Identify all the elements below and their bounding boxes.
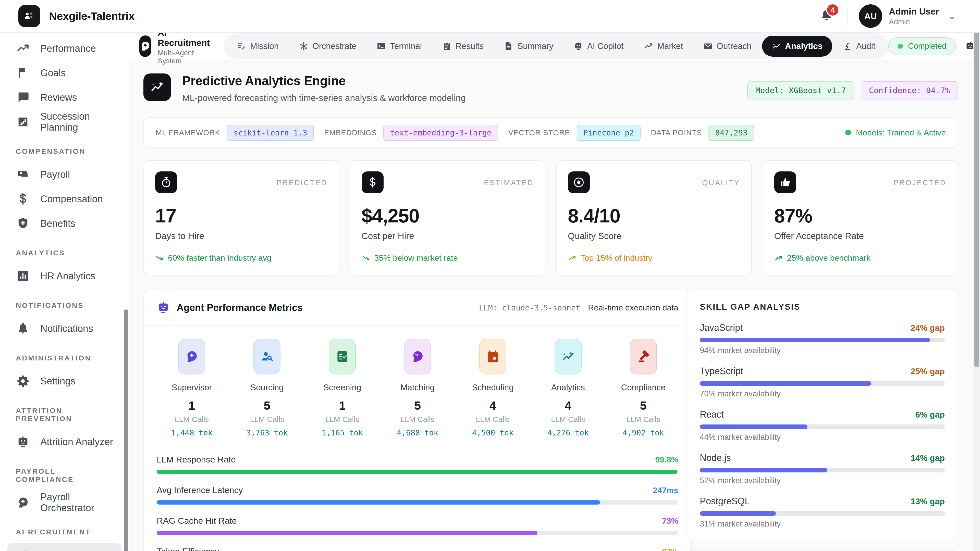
metric-card-tag: QUALITY <box>702 171 740 187</box>
metric-note-text: 60% faster than industry avg <box>168 253 272 263</box>
infobar-item: ML FRAMEWORKscikit-learn 1.3 <box>156 125 314 141</box>
progress-bar <box>157 470 678 474</box>
progress-bar-fill <box>157 500 600 505</box>
sidebar-item-performance[interactable]: Performance <box>0 36 129 61</box>
audit-sig-icon <box>843 41 852 51</box>
sidebar-item-label: Succession Planning <box>40 111 119 133</box>
tab-outreach[interactable]: Outreach <box>694 36 761 57</box>
star-circle-icon <box>568 171 590 193</box>
sidebar-item-ai-recruiter[interactable]: AI Recruiter <box>7 543 121 551</box>
trending-up-icon <box>16 41 30 56</box>
agent-name: Sourcing <box>250 383 283 392</box>
agent-tokens: 1,165 tok <box>321 428 363 437</box>
tab-results[interactable]: Results <box>433 36 493 57</box>
tab-terminal[interactable]: Terminal <box>367 36 431 57</box>
agent-matching: ?Matching5LLM Calls4,688 tok <box>380 339 455 437</box>
sidebar-section-header: ADMINISTRATION <box>0 354 129 362</box>
tab-summary[interactable]: Summary <box>494 36 563 57</box>
sidebar-item-succession-planning[interactable]: Succession Planning <box>0 110 129 134</box>
flag-icon <box>16 66 30 80</box>
sidebar-item-benefits[interactable]: Benefits <box>0 211 129 236</box>
skill-name: React <box>700 409 724 420</box>
metric-card-tag: PREDICTED <box>277 171 328 187</box>
agent-llm-calls: 4 <box>490 399 496 413</box>
tab-audit[interactable]: Audit <box>833 36 885 57</box>
progress-bar-fill <box>157 470 677 474</box>
metric-label: Cost per Hire <box>362 231 534 241</box>
sidebar-section-header: AI RECRUITMENT <box>0 528 129 536</box>
infobar-item-label: VECTOR STORE <box>508 129 570 137</box>
rate-review-icon <box>16 90 30 105</box>
sidebar-item-payroll[interactable]: Payroll <box>0 162 129 187</box>
skill-gap-value: 6% gap <box>915 410 945 420</box>
agent-llm-calls: 5 <box>264 399 270 413</box>
ml-stack-infobar: ML FRAMEWORKscikit-learn 1.3EMBEDDINGSte… <box>143 118 958 148</box>
skill-gap-title: SKILL GAP ANALYSIS <box>700 302 945 312</box>
page-scrollbar[interactable] <box>974 33 980 551</box>
tab-mission[interactable]: Mission <box>227 36 288 57</box>
sparkles-icon <box>16 548 30 551</box>
sidebar-item-label: Reviews <box>40 92 77 103</box>
dollar-sign-icon <box>16 192 30 206</box>
metric-note: 35% below market rate <box>362 253 534 263</box>
sidebar-item-reviews[interactable]: Reviews <box>0 85 129 110</box>
agent-name: Supervisor <box>172 383 212 392</box>
sidebar-item-attrition-analyzer[interactable]: Attrition Analyzer <box>0 430 129 454</box>
infobar-item-label: EMBEDDINGS <box>324 129 377 137</box>
sidebar-item-payroll-orchestrator[interactable]: Payroll Orchestrator <box>0 490 129 515</box>
sidebar-item-label: Goals <box>40 68 65 79</box>
skill-row-javascript: JavaScript24% gap94% market availability <box>700 322 945 355</box>
bar-label: RAG Cache Hit Rate <box>157 516 237 526</box>
metric-note-text: 35% below market rate <box>374 253 458 263</box>
skill-name: JavaScript <box>700 322 743 333</box>
bar-value: 73% <box>662 516 678 526</box>
sidebar-item-notifications[interactable]: Notifications <box>0 316 129 341</box>
divider <box>847 7 848 25</box>
sidebar-item-label: Payroll <box>40 169 70 180</box>
bar-label: Token Efficiency <box>157 546 219 551</box>
notification-count-badge: 4 <box>826 3 839 17</box>
agent-tokens: 4,276 tok <box>547 428 589 437</box>
metric-label: Quality Score <box>568 231 740 241</box>
skill-bar <box>700 424 945 429</box>
metric-note-text: 25% above benchmark <box>787 253 870 263</box>
status-badge: Completed <box>888 37 956 55</box>
agent-calls-label: LLM Calls <box>325 415 359 424</box>
agent-supervisor: Supervisor1LLM Calls1,448 tok <box>154 339 229 437</box>
svg-text:?: ? <box>415 353 418 359</box>
tab-analytics[interactable]: Analytics <box>762 36 832 57</box>
dollar-sign-icon <box>362 171 383 193</box>
sidebar-item-label: Benefits <box>40 218 75 229</box>
skill-availability: 52% market availability <box>700 476 945 485</box>
tab-market[interactable]: Market <box>634 36 693 57</box>
hub-icon <box>299 41 308 51</box>
tab-orchestrate[interactable]: Orchestrate <box>290 36 366 57</box>
metric-note: Top 15% of industry <box>568 253 740 263</box>
skill-bar-fill <box>700 468 827 472</box>
agent-performance-panel: Agent Performance Metrics LLM: claude-3.… <box>143 290 692 551</box>
metric-bar-row: Avg Inference Latency247ms <box>157 485 678 505</box>
metric-card-tag: PROJECTED <box>894 171 946 187</box>
head-gear-icon <box>178 339 205 375</box>
metric-card-estimated: ESTIMATED$4,250Cost per Hire35% below ma… <box>350 160 546 275</box>
user-menu[interactable]: AU Admin User Admin ⌄ <box>859 4 956 28</box>
agent-tokens: 1,448 tok <box>171 428 213 437</box>
sidebar-section-header: ANALYTICS <box>0 249 129 257</box>
notifications-bell-icon[interactable]: 4 <box>819 8 836 24</box>
skill-gap-panel: SKILL GAP ANALYSIS JavaScript24% gap94% … <box>687 290 958 539</box>
page-scrollbar-thumb[interactable] <box>974 33 979 367</box>
tab-label: Orchestrate <box>312 41 356 51</box>
gavel-icon <box>630 339 657 375</box>
tab-label: Market <box>657 41 683 51</box>
skill-bar <box>700 511 945 516</box>
agent-llm-calls: 1 <box>339 399 345 413</box>
gear-icon <box>16 374 30 388</box>
sidebar-item-goals[interactable]: Goals <box>0 61 129 85</box>
sidebar-item-hr-analytics[interactable]: HR Analytics <box>0 264 129 288</box>
sidebar-item-compensation[interactable]: Compensation <box>0 187 129 211</box>
sidebar-scrollbar[interactable] <box>124 310 128 551</box>
agent-tokens: 4,500 tok <box>472 428 514 437</box>
sidebar-item-settings[interactable]: Settings <box>0 369 129 393</box>
tab-ai-copilot[interactable]: AI Copilot <box>564 36 633 57</box>
sidebar-item-label: Settings <box>40 376 75 387</box>
